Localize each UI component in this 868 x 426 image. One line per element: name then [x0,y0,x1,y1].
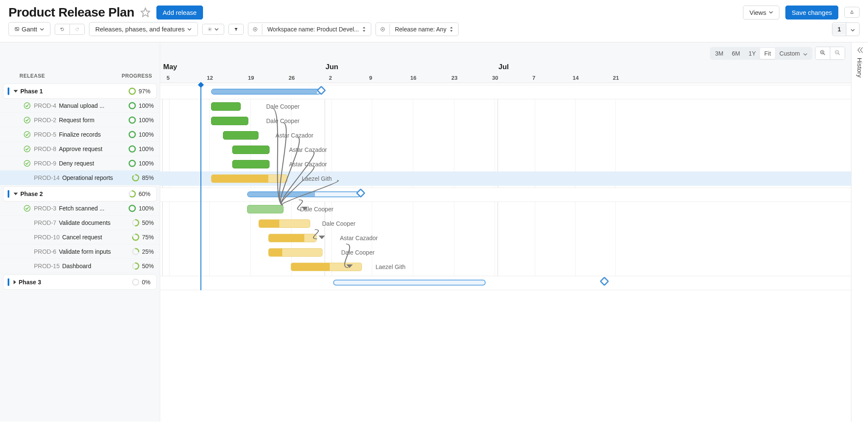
zoom-custom-label: Custom [779,50,800,57]
timeline-feature-row: Dale Cooper [160,114,868,128]
phase-row[interactable]: Phase 3 0% [3,275,156,289]
feature-row[interactable]: PROD-8 Approve request 100% [0,142,160,156]
feature-progress: 100% [123,205,154,212]
feature-row[interactable]: PROD-15 Dashboard 50% [0,259,160,273]
feature-bar[interactable] [247,205,284,213]
zoom-fit[interactable]: Fit [760,48,775,59]
feature-name: Operational reports [62,174,123,181]
feature-row[interactable]: PROD-14 Operational reports 85% [0,171,160,185]
grouping-selector[interactable]: Releases, phases, and features [89,22,198,36]
assignee-label: Dale Cooper [341,249,375,256]
grouping-label: Releases, phases, and features [95,25,185,33]
timeline-feature-row: Dale Cooper [160,202,868,216]
timeline-feature-row: Laezel Gith [160,260,868,274]
progress-ring [128,102,136,109]
star-icon[interactable] [140,7,150,17]
redo-icon [75,27,79,31]
day-label: 23 [451,75,457,81]
feature-bar[interactable] [268,234,317,242]
progress-ring [132,233,139,241]
day-label: 2 [329,75,332,81]
feature-bar[interactable] [291,263,362,271]
phase-bar[interactable] [333,280,486,286]
feature-row[interactable]: PROD-6 Validate form inputs 25% [0,244,160,259]
feature-row[interactable]: PROD-10 Cancel request 75% [0,230,160,244]
phase-accent [8,278,9,286]
filter-count-dropdown[interactable] [846,23,859,36]
history-label: History [856,58,863,78]
feature-row[interactable]: PROD-7 Validate documents 50% [0,216,160,230]
remove-filter-workspace[interactable] [248,24,262,35]
progress-ring [128,160,136,167]
feature-bar[interactable] [268,248,323,257]
timeline-phase-row [160,188,868,202]
save-changes-button[interactable]: Save changes [785,6,838,20]
filter-workspace-body[interactable]: Workspace name: Product Devel... [262,23,371,36]
chevron-down-icon [803,53,807,56]
page-title: Product Release Plan [8,5,134,20]
zoom-1y[interactable]: 1Y [744,48,760,59]
feature-bar[interactable] [223,131,259,140]
undo-icon [60,27,64,31]
zoom-6m[interactable]: 6M [728,48,744,59]
filter-button[interactable] [228,24,244,35]
day-label: 26 [289,75,295,81]
phase-row[interactable]: Phase 2 60% [3,187,156,201]
phase-name: Phase 3 [19,279,120,286]
phase-row[interactable]: Phase 1 97% [3,84,156,98]
feature-progress: 100% [123,160,154,167]
zoom-3m[interactable]: 3M [711,48,727,59]
zoom-out-button[interactable] [830,47,845,59]
zoom-bar: 3M 6M 1Y Fit Custom [710,47,845,60]
phase-progress: 97% [120,87,150,95]
view-type-selector[interactable]: Gantt [8,22,50,36]
feature-bar[interactable] [211,117,248,125]
feature-bar[interactable] [232,146,270,154]
redo-button[interactable] [70,24,85,35]
feature-bar[interactable] [211,102,241,111]
feature-progress: 50% [123,262,154,270]
feature-bar[interactable] [232,160,270,168]
timeline-feature-row: Astar Cazador [160,157,868,171]
feature-row[interactable]: PROD-3 Fetch scanned ... 100% [0,201,160,216]
feature-row[interactable]: PROD-5 Finalize records 100% [0,127,160,142]
filter-release-label: Release name: Any [395,26,446,33]
close-circle-icon [380,27,385,32]
feature-bar[interactable] [211,174,287,183]
phase-bar[interactable] [211,89,321,95]
milestone-diamond[interactable] [600,277,609,286]
day-label: 19 [248,75,254,81]
views-button[interactable]: Views [743,6,779,20]
assignee-label: Dale Cooper [300,206,334,213]
history-panel-toggle[interactable]: History [851,42,868,422]
check-circle-icon [24,160,31,167]
check-circle-icon [24,131,31,138]
phase-bar[interactable] [247,191,361,197]
day-label: 9 [369,75,372,81]
timeline-pane[interactable]: 3M 6M 1Y Fit Custom MayJunJul 51219 [160,42,868,422]
day-label: 5 [167,75,170,81]
feature-bar[interactable] [259,219,310,228]
filter-release: Release name: Any [376,22,459,36]
chevron-down-icon [14,90,18,92]
svg-rect-2 [16,28,17,28]
check-circle-icon [24,146,31,152]
feature-row[interactable]: PROD-9 Deny request 100% [0,156,160,171]
zoom-custom[interactable]: Custom [775,48,812,59]
share-button[interactable] [844,7,860,18]
progress-ring [132,174,139,182]
svg-point-20 [129,146,135,151]
undo-button[interactable] [55,24,70,35]
svg-point-39 [133,279,139,285]
timeline-phase-row [160,85,868,99]
filter-release-body[interactable]: Release name: Any [390,23,458,36]
feature-row[interactable]: PROD-4 Manual upload ... 100% [0,98,160,113]
add-release-button[interactable]: Add release [156,6,203,20]
progress-ring [132,219,139,227]
svg-point-25 [133,174,139,180]
zoom-in-button[interactable] [815,47,830,59]
remove-filter-release[interactable] [376,24,390,35]
settings-button[interactable] [202,24,224,35]
feature-row[interactable]: PROD-2 Request form 100% [0,113,160,127]
col-progress: PROGRESS [122,73,152,79]
